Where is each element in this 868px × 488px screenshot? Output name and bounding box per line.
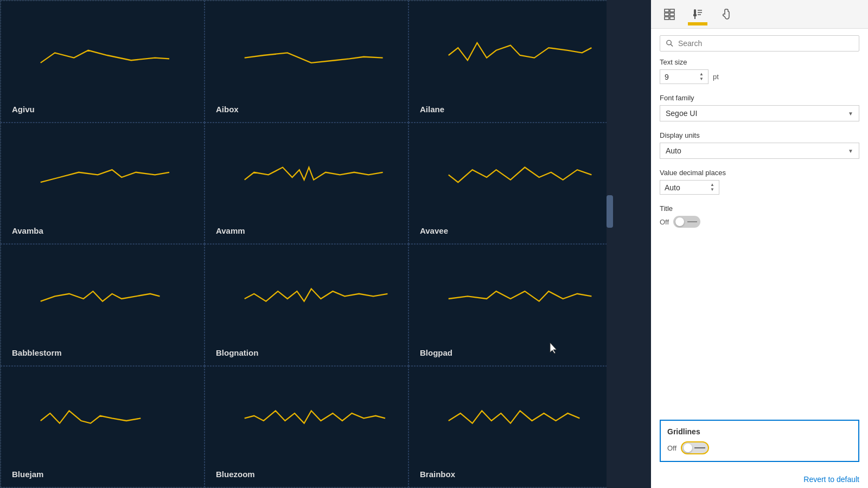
sparkline-grid: Agivu Aibox Ailane Avamba Avamm: [0, 0, 613, 488]
sparkline-cell-brainbox[interactable]: Brainbox: [409, 366, 612, 488]
title-toggle-knob: [675, 217, 684, 226]
gridlines-toggle-label: Off: [667, 444, 676, 452]
properties-section: Text size 9 ▲ ▼ pt Font family Segoe UI …: [651, 58, 868, 420]
svg-rect-2: [670, 9, 674, 12]
sparkline-label-avavee: Avavee: [420, 226, 448, 235]
stepper-arrows[interactable]: ▲ ▼: [699, 72, 704, 81]
gridlines-toggle-row: Off: [667, 441, 852, 454]
sparkline-label-babblestorm: Babblestorm: [12, 348, 62, 357]
display-units-arrow: ▼: [848, 148, 853, 154]
display-units-label: Display units: [660, 131, 859, 139]
scrollbar-track[interactable]: [607, 0, 613, 488]
sparkline-label-aibox: Aibox: [216, 105, 239, 114]
sparkline-chart-babblestorm: [12, 266, 193, 331]
decimal-stepper-up[interactable]: ▲: [710, 183, 714, 187]
sparkline-label-brainbox: Brainbox: [420, 470, 455, 479]
font-family-dropdown[interactable]: Segoe UI ▼: [660, 105, 859, 121]
svg-rect-5: [665, 17, 669, 20]
font-family-value: Segoe UI: [666, 109, 697, 118]
stepper-up-arrow[interactable]: ▲: [699, 72, 704, 76]
sparkline-chart-avamba: [12, 145, 193, 210]
gridlines-box: Gridlines Off: [660, 420, 859, 462]
text-size-label: Text size: [660, 58, 859, 66]
sparkline-cell-agivu[interactable]: Agivu: [1, 1, 205, 123]
gridlines-title: Gridlines: [667, 427, 852, 436]
scrollbar-thumb[interactable]: [607, 195, 613, 228]
sparkline-label-avamm: Avamm: [216, 226, 245, 235]
svg-rect-8: [693, 14, 697, 16]
revert-to-default-link[interactable]: Revert to default: [651, 471, 868, 488]
title-toggle-label: Off: [660, 218, 669, 226]
display-units-dropdown[interactable]: Auto ▼: [660, 143, 859, 159]
format-button[interactable]: [688, 4, 707, 24]
svg-line-14: [671, 44, 673, 47]
value-decimal-places-value: Auto: [665, 183, 680, 192]
sparkline-chart-ailane: [420, 23, 601, 88]
sparkline-label-avamba: Avamba: [12, 226, 43, 235]
font-family-row: Font family Segoe UI ▼: [660, 94, 859, 121]
sparkline-cell-aibox[interactable]: Aibox: [205, 1, 409, 123]
text-size-stepper[interactable]: 9 ▲ ▼: [660, 69, 709, 84]
text-size-value: 9: [665, 73, 669, 81]
stepper-down-arrow[interactable]: ▼: [699, 77, 704, 81]
sparkline-chart-brainbox: [420, 388, 601, 453]
svg-rect-3: [665, 13, 669, 16]
icon-toolbar: [651, 0, 868, 29]
main-visualization-area: Agivu Aibox Ailane Avamba Avamm: [0, 0, 613, 488]
display-units-row: Display units Auto ▼: [660, 131, 859, 159]
title-toggle-line: [687, 221, 697, 222]
svg-rect-1: [665, 9, 669, 12]
sparkline-cell-avavee[interactable]: Avavee: [409, 123, 612, 245]
sparkline-cell-bluejam[interactable]: Bluejam: [1, 366, 205, 488]
sparkline-label-blognation: Blognation: [216, 348, 258, 357]
sparkline-label-agivu: Agivu: [12, 105, 35, 114]
sparkline-cell-avamm[interactable]: Avamm: [205, 123, 409, 245]
sparkline-label-bluejam: Bluejam: [12, 470, 43, 479]
display-units-value: Auto: [666, 146, 681, 155]
analytics-button[interactable]: [716, 4, 736, 24]
sparkline-chart-avavee: [420, 145, 601, 210]
value-decimal-places-row: Value decimal places Auto ▲ ▼: [660, 169, 859, 195]
text-size-unit: pt: [713, 73, 719, 81]
sparkline-label-bluezoom: Bluezoom: [216, 470, 255, 479]
text-size-row: Text size 9 ▲ ▼ pt: [660, 58, 859, 84]
svg-point-13: [667, 40, 671, 44]
hand-icon: [720, 8, 732, 20]
font-family-label: Font family: [660, 94, 859, 102]
sparkline-cell-bluezoom[interactable]: Bluezoom: [205, 366, 409, 488]
sparkline-cell-avamba[interactable]: Avamba: [1, 123, 205, 245]
sparkline-chart-blogpad: [420, 266, 601, 331]
svg-rect-4: [670, 13, 674, 16]
sparkline-chart-bluejam: [12, 388, 193, 453]
sparkline-cell-blogpad[interactable]: Blogpad: [409, 244, 612, 366]
sparkline-chart-blognation: [216, 266, 397, 331]
title-label: Title: [660, 204, 859, 213]
search-input[interactable]: [678, 39, 853, 48]
sparkline-chart-agivu: [12, 23, 193, 88]
svg-rect-7: [694, 9, 696, 15]
value-decimal-places-label: Value decimal places: [660, 169, 859, 177]
grid-icon: [663, 8, 675, 20]
sparkline-chart-avamm: [216, 145, 397, 210]
sparkline-cell-blognation[interactable]: Blognation: [205, 244, 409, 366]
middle-divider: [613, 0, 651, 488]
title-toggle-row: Off: [660, 216, 859, 228]
sparkline-chart-aibox: [216, 23, 397, 88]
decimal-stepper-down[interactable]: ▼: [710, 188, 714, 192]
value-decimal-places-stepper[interactable]: Auto ▲ ▼: [660, 180, 719, 195]
search-icon: [666, 39, 674, 48]
gridlines-toggle[interactable]: [681, 441, 709, 454]
title-row: Title Off: [660, 204, 859, 228]
sparkline-cell-ailane[interactable]: Ailane: [409, 1, 612, 123]
paintbrush-icon: [692, 8, 704, 20]
sparkline-chart-bluezoom: [216, 388, 397, 453]
grid-view-button[interactable]: [660, 4, 679, 24]
search-box[interactable]: [660, 35, 859, 52]
font-family-arrow: ▼: [848, 111, 853, 117]
title-toggle[interactable]: [673, 216, 700, 228]
sparkline-cell-babblestorm[interactable]: Babblestorm: [1, 244, 205, 366]
decimal-stepper-arrows[interactable]: ▲ ▼: [710, 183, 714, 192]
gridlines-toggle-line: [694, 447, 705, 448]
svg-rect-6: [670, 17, 674, 20]
sparkline-label-blogpad: Blogpad: [420, 348, 452, 357]
